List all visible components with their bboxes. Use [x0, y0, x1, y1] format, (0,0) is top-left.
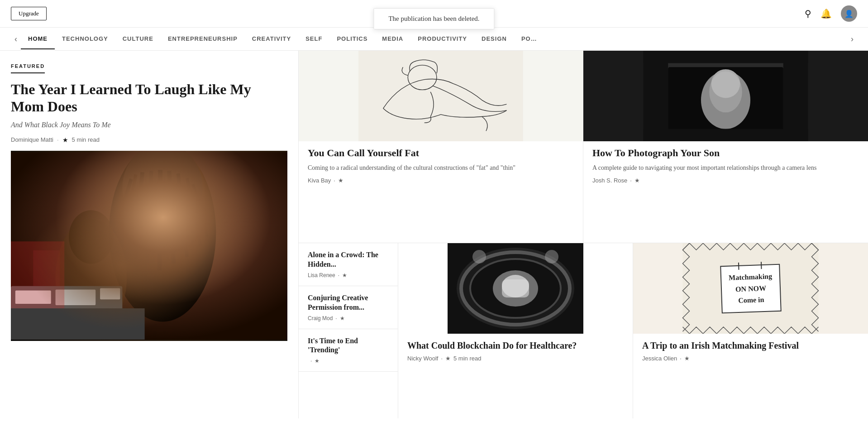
- matchmaking-card-image: Matchmaking ON NOW Come in: [633, 243, 868, 334]
- list-dot-0: ·: [338, 272, 339, 278]
- bell-icon: 🔔: [820, 8, 832, 19]
- matchmaking-sign-line3: Come in: [729, 293, 773, 307]
- right-article-content: How To Photograph Your Son A complete gu…: [583, 141, 868, 189]
- featured-image: [11, 151, 287, 341]
- nav-item-self[interactable]: SELF: [298, 29, 329, 49]
- middle-author: Kiva Bay: [308, 177, 331, 184]
- upgrade-button[interactable]: Upgrade: [11, 7, 47, 20]
- avatar-placeholder: 👤: [844, 10, 854, 18]
- blockchain-card[interactable]: What Could Blockchain Do for Healthcare?…: [398, 243, 633, 418]
- matchmaking-sign: Matchmaking ON NOW Come in: [720, 264, 782, 313]
- articles-list: Alone in a Crowd: The Hidden... Lisa Ren…: [299, 243, 398, 418]
- svg-rect-23: [644, 129, 808, 141]
- list-item[interactable]: Alone in a Crowd: The Hidden... Lisa Ren…: [299, 243, 398, 286]
- matchmaking-sign-line2: ON NOW: [729, 282, 773, 295]
- list-dot-2: ·: [310, 358, 312, 364]
- nav-item-creativity[interactable]: CREATIVITY: [245, 29, 298, 49]
- svg-rect-7: [56, 289, 96, 305]
- featured-star-icon: ★: [62, 136, 68, 144]
- list-article-meta-2: · ★: [308, 358, 389, 364]
- svg-rect-30: [502, 279, 529, 297]
- article-sketch-image: [299, 51, 583, 141]
- middle-dot: ·: [334, 177, 335, 184]
- nav-item-politics[interactable]: POLITICS: [329, 29, 375, 49]
- list-star-0: ★: [342, 272, 347, 278]
- notifications-button[interactable]: 🔔: [820, 8, 832, 19]
- list-article-meta-1: Craig Mod · ★: [308, 315, 389, 321]
- right-star-icon: ★: [634, 177, 640, 184]
- svg-point-2: [122, 151, 202, 232]
- featured-title: The Year I Learned To Laugh Like My Mom …: [11, 81, 287, 115]
- main-content: FEATURED The Year I Learned To Laugh Lik…: [0, 51, 868, 418]
- svg-point-4: [69, 210, 114, 264]
- nav-item-productivity[interactable]: PRODUCTIVITY: [410, 29, 474, 49]
- nav-item-media[interactable]: MEDIA: [375, 29, 410, 49]
- right-article-desc: A complete guide to navigating your most…: [592, 163, 859, 173]
- list-author-1: Craig Mod: [308, 315, 333, 321]
- matchmaking-author: Jessica Olien: [642, 355, 677, 362]
- right-article-title: How To Photograph Your Son: [592, 147, 859, 159]
- featured-dot: ·: [57, 136, 59, 143]
- middle-article-meta: Kiva Bay · ★: [308, 177, 574, 184]
- right-author: Josh S. Rose: [592, 177, 627, 184]
- svg-point-19: [709, 71, 742, 112]
- featured-subtitle: And What Black Joy Means To Me: [11, 121, 287, 129]
- toast-message: The publication has been deleted.: [388, 15, 479, 22]
- nav-item-culture[interactable]: CULTURE: [115, 29, 161, 49]
- blockchain-card-meta: Nicky Woolf · ★ 5 min read: [407, 355, 624, 362]
- svg-point-32: [545, 250, 558, 264]
- right-article-meta: Josh S. Rose · ★: [592, 177, 859, 184]
- featured-label: FEATURED: [11, 63, 45, 73]
- nav-item-pop[interactable]: PO…: [514, 29, 544, 49]
- nav-item-home[interactable]: HOME: [21, 29, 55, 49]
- list-article-meta-0: Lisa Renee · ★: [308, 272, 389, 278]
- matchmaking-card-meta: Jessica Olien · ★: [642, 355, 859, 362]
- search-button[interactable]: ⚲: [805, 8, 811, 19]
- nav-item-technology[interactable]: TECHNOLOGY: [55, 29, 115, 49]
- svg-rect-5: [11, 286, 122, 312]
- featured-photo-svg: [11, 151, 287, 341]
- avatar[interactable]: 👤: [841, 5, 857, 22]
- matchmaking-card-title: A Trip to an Irish Matchmaking Festival: [642, 340, 859, 351]
- topbar-right: ⚲ 🔔 👤: [805, 5, 857, 22]
- matchmaking-sign-line1: Matchmaking: [728, 270, 772, 283]
- list-item[interactable]: Conjuring Creative Permission from... Cr…: [299, 286, 398, 329]
- nav-bar: ‹ HOME TECHNOLOGY CULTURE ENTREPRENEURSH…: [0, 28, 868, 51]
- right-top-article[interactable]: How To Photograph Your Son A complete gu…: [583, 51, 868, 243]
- middle-article-desc: Coming to a radical understanding of the…: [308, 163, 574, 173]
- blockchain-card-title: What Could Blockchain Do for Healthcare?: [407, 340, 624, 351]
- nav-left-arrow[interactable]: ‹: [11, 28, 21, 50]
- featured-meta: Dominique Matti · ★ 5 min read: [11, 136, 287, 144]
- list-star-1: ★: [340, 315, 345, 321]
- svg-point-31: [472, 250, 486, 264]
- middle-top-article[interactable]: You Can Call Yourself Fat Coming to a ra…: [299, 51, 583, 243]
- matchmaking-star-icon: ★: [684, 355, 690, 362]
- matchmaking-card[interactable]: Matchmaking ON NOW Come in A Trip to an …: [633, 243, 868, 418]
- svg-point-1: [109, 151, 216, 322]
- list-star-2: ★: [315, 358, 320, 364]
- right-article-image: [583, 51, 868, 141]
- matchmaking-dot: ·: [680, 355, 682, 362]
- right-dot: ·: [630, 177, 632, 184]
- right-photo-svg: [583, 51, 868, 141]
- middle-article-title: You Can Call Yourself Fat: [308, 147, 574, 159]
- bottom-row: Alone in a Crowd: The Hidden... Lisa Ren…: [299, 243, 868, 418]
- svg-rect-11: [33, 250, 60, 286]
- blockchain-photo-svg: [398, 243, 633, 334]
- blockchain-card-image: [398, 243, 633, 334]
- svg-rect-9: [11, 308, 145, 340]
- list-item[interactable]: It's Time to End 'Trending' · ★: [299, 329, 398, 372]
- svg-rect-6: [15, 290, 51, 304]
- search-icon: ⚲: [805, 8, 811, 19]
- svg-rect-22: [644, 51, 808, 63]
- svg-rect-20: [644, 51, 668, 141]
- middle-article-content: You Can Call Yourself Fat Coming to a ra…: [299, 141, 583, 189]
- toast-notification: The publication has been deleted.: [373, 8, 494, 29]
- nav-item-design[interactable]: DESIGN: [474, 29, 514, 49]
- nav-right-arrow[interactable]: ›: [847, 28, 857, 50]
- matchmaking-card-content: A Trip to an Irish Matchmaking Festival …: [633, 334, 868, 368]
- featured-section: FEATURED The Year I Learned To Laugh Lik…: [0, 51, 299, 418]
- list-article-title-1: Conjuring Creative Permission from...: [308, 293, 389, 312]
- nav-items: HOME TECHNOLOGY CULTURE ENTREPRENEURSHIP…: [21, 29, 847, 49]
- nav-item-entrepreneurship[interactable]: ENTREPRENEURSHIP: [161, 29, 245, 49]
